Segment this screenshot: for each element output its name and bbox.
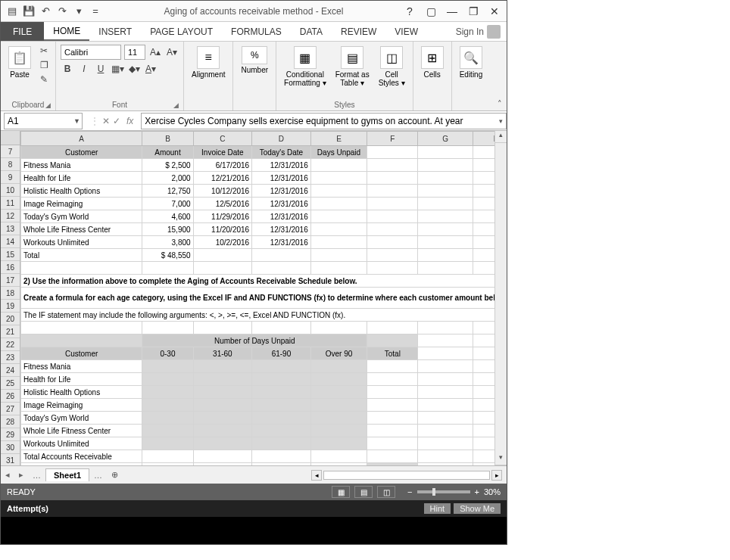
cell[interactable]: 12/21/2016 bbox=[193, 172, 252, 185]
cell[interactable] bbox=[473, 386, 494, 399]
cell[interactable] bbox=[367, 223, 418, 236]
cell[interactable] bbox=[252, 249, 311, 262]
cell[interactable]: 12/31/2016 bbox=[252, 185, 311, 198]
font-name-input[interactable] bbox=[61, 45, 121, 60]
cell[interactable]: Total bbox=[21, 249, 142, 262]
cell[interactable] bbox=[310, 425, 367, 437]
cell[interactable] bbox=[193, 412, 252, 425]
cell[interactable]: Today's Gym World bbox=[21, 210, 142, 223]
number-button[interactable]: % Number bbox=[238, 45, 271, 76]
cell[interactable] bbox=[252, 437, 311, 450]
cell[interactable]: Holistic Health Options bbox=[21, 185, 142, 198]
cell[interactable] bbox=[252, 386, 311, 399]
cell[interactable] bbox=[473, 347, 494, 360]
cell[interactable] bbox=[193, 437, 252, 450]
cell[interactable]: Image Reimaging bbox=[21, 198, 142, 210]
help-icon[interactable]: ? bbox=[402, 4, 417, 19]
format-as-table-button[interactable]: ▤ Format as Table ▾ bbox=[332, 45, 373, 89]
cell[interactable]: 10% bbox=[193, 463, 252, 466]
cell[interactable]: Customer bbox=[21, 347, 142, 360]
row-header-23[interactable]: 23 bbox=[1, 351, 20, 364]
row-header-9[interactable]: 9 bbox=[1, 171, 20, 184]
cell[interactable] bbox=[367, 399, 418, 412]
cell[interactable]: Health for Life bbox=[21, 373, 142, 386]
cell[interactable]: 12/31/2016 bbox=[252, 198, 311, 210]
row-header-20[interactable]: 20 bbox=[1, 313, 20, 325]
cell[interactable] bbox=[367, 334, 418, 347]
cell[interactable] bbox=[310, 262, 367, 275]
row-header-31[interactable]: 31 bbox=[1, 454, 20, 465]
row-header-12[interactable]: 12 bbox=[1, 210, 20, 222]
row-header-15[interactable]: 15 bbox=[1, 248, 20, 261]
cell[interactable] bbox=[473, 450, 494, 463]
cell[interactable]: Workouts Unlimited bbox=[21, 437, 142, 450]
cell[interactable] bbox=[367, 198, 418, 210]
fill-color-button[interactable]: ◆▾ bbox=[127, 63, 141, 75]
cell[interactable] bbox=[193, 249, 252, 262]
ribbon-display-icon[interactable]: ▢ bbox=[423, 4, 438, 19]
cell[interactable]: 11/20/2016 bbox=[193, 223, 252, 236]
row-header-14[interactable]: 14 bbox=[1, 235, 20, 248]
cell[interactable] bbox=[473, 198, 494, 210]
cell[interactable] bbox=[473, 262, 494, 275]
sheet-tab-sheet1[interactable]: Sheet1 bbox=[45, 468, 89, 481]
cell[interactable] bbox=[310, 185, 367, 198]
vertical-scrollbar[interactable]: ▴ ▾ bbox=[494, 131, 507, 465]
zoom-value[interactable]: 30% bbox=[484, 487, 501, 496]
select-all-corner[interactable] bbox=[1, 131, 20, 145]
paste-button[interactable]: 📋 Paste bbox=[5, 45, 34, 80]
cell[interactable] bbox=[418, 262, 473, 275]
name-box-input[interactable] bbox=[8, 116, 64, 126]
cell[interactable] bbox=[367, 159, 418, 172]
row-header-16[interactable]: 16 bbox=[1, 261, 20, 274]
row-header-17[interactable]: 17 bbox=[1, 274, 20, 287]
cell[interactable] bbox=[418, 399, 473, 412]
cell[interactable]: Estimated Uncollectible( %) bbox=[21, 463, 142, 466]
cell[interactable] bbox=[367, 185, 418, 198]
cell[interactable]: Total bbox=[367, 347, 418, 360]
cell[interactable] bbox=[367, 262, 418, 275]
cell[interactable]: 12/31/2016 bbox=[252, 159, 311, 172]
cell[interactable]: Over 90 bbox=[310, 347, 367, 360]
row-header-22[interactable]: 22 bbox=[1, 338, 20, 351]
font-dialog-icon[interactable]: ◢ bbox=[173, 101, 179, 109]
cell[interactable] bbox=[473, 360, 494, 373]
clipboard-dialog-icon[interactable]: ◢ bbox=[45, 101, 51, 109]
cell[interactable]: Image Reimaging bbox=[21, 399, 142, 412]
cell[interactable]: Fitness Mania bbox=[21, 159, 142, 172]
tab-file[interactable]: FILE bbox=[1, 22, 44, 41]
cell[interactable]: Health for Life bbox=[21, 172, 142, 185]
cell[interactable] bbox=[418, 223, 473, 236]
cell[interactable] bbox=[473, 373, 494, 386]
cell[interactable]: 12/31/2016 bbox=[252, 172, 311, 185]
enter-formula-icon[interactable]: ✓ bbox=[113, 116, 120, 126]
cell[interactable] bbox=[142, 399, 193, 412]
cell[interactable] bbox=[473, 425, 494, 437]
underline-button[interactable]: U bbox=[94, 63, 108, 75]
alignment-button[interactable]: ≡ Alignment bbox=[189, 45, 228, 80]
col-header-C[interactable]: C bbox=[193, 132, 252, 146]
cell[interactable]: Invoice Date bbox=[193, 146, 252, 159]
cell[interactable] bbox=[473, 437, 494, 450]
collapse-ribbon-icon[interactable]: ˄ bbox=[498, 99, 502, 109]
cell[interactable] bbox=[418, 198, 473, 210]
cell[interactable] bbox=[473, 334, 494, 347]
cell[interactable] bbox=[310, 412, 367, 425]
cell[interactable] bbox=[310, 399, 367, 412]
cell[interactable] bbox=[418, 322, 473, 334]
tab-insert[interactable]: INSERT bbox=[89, 22, 141, 41]
cell[interactable] bbox=[473, 172, 494, 185]
cell[interactable] bbox=[418, 172, 473, 185]
cell[interactable] bbox=[473, 159, 494, 172]
cell[interactable] bbox=[310, 373, 367, 386]
cell[interactable]: 3,800 bbox=[142, 236, 193, 249]
cell[interactable] bbox=[193, 360, 252, 373]
cell[interactable] bbox=[418, 373, 473, 386]
cell[interactable] bbox=[142, 262, 193, 275]
cell[interactable] bbox=[367, 322, 418, 334]
sign-in[interactable]: Sign In bbox=[456, 22, 507, 41]
cell[interactable]: Today's Gym World bbox=[21, 412, 142, 425]
cell[interactable] bbox=[310, 322, 367, 334]
cell[interactable] bbox=[418, 210, 473, 223]
col-header-A[interactable]: A bbox=[21, 132, 142, 146]
